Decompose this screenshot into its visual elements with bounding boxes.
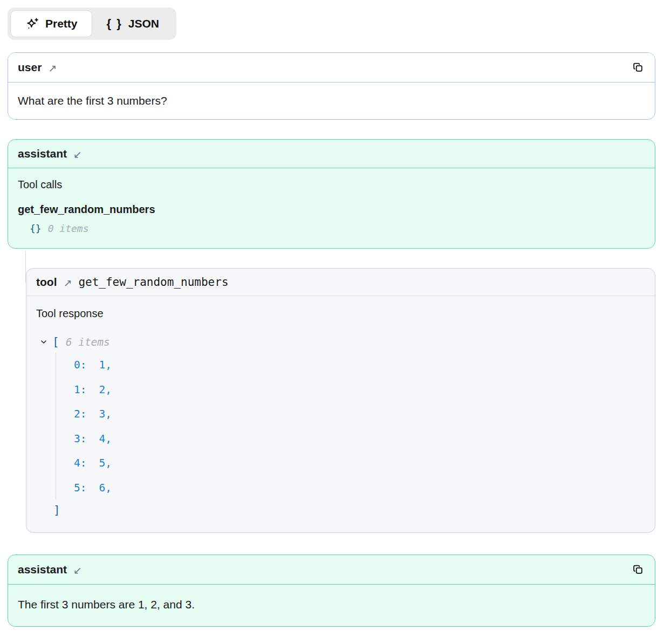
json-index: 3: — [74, 427, 86, 451]
copy-button[interactable] — [631, 60, 645, 74]
tab-json[interactable]: { } JSON — [92, 10, 174, 37]
role-label: user — [18, 61, 42, 74]
view-mode-toggle: Pretty { } JSON — [8, 8, 176, 40]
tab-pretty-label: Pretty — [45, 17, 78, 30]
json-index: 2: — [74, 402, 86, 427]
json-array-items: 0: 1, 1: 2, 2: 3, 3: 4, — [56, 353, 645, 500]
copy-icon — [632, 564, 644, 576]
user-message-card: user ↗ What are the first 3 numbers? — [8, 52, 655, 120]
arguments-item-count: 0 items — [48, 223, 89, 234]
json-value: 4, — [99, 427, 111, 451]
user-message-content: What are the first 3 numbers? — [8, 83, 655, 119]
assistant-final-header: assistant ↙ — [8, 555, 655, 585]
json-array-row: 5: 6, — [74, 476, 645, 501]
json-value: 5, — [99, 451, 111, 476]
json-array-row: 1: 2, — [74, 378, 645, 402]
assistant-tool-call-body: Tool calls get_few_random_numbers {} 0 i… — [8, 168, 655, 248]
tool-response-section-label: Tool response — [36, 307, 645, 320]
outgoing-arrow-icon: ↗ — [63, 278, 72, 288]
tool-response-body: Tool response [ 6 items 0: 1, — [26, 296, 655, 532]
trace-viewer-page: Pretty { } JSON user ↗ What are the firs… — [0, 0, 671, 635]
outgoing-arrow-icon: ↗ — [48, 63, 57, 73]
close-bracket: ] — [53, 500, 645, 520]
json-index: 4: — [74, 451, 86, 476]
incoming-arrow-icon: ↙ — [73, 149, 82, 160]
role-label: assistant — [18, 147, 67, 160]
open-bracket: [ — [52, 335, 59, 348]
json-index: 1: — [74, 378, 86, 402]
copy-button[interactable] — [631, 563, 645, 577]
tool-response-header: tool ↗ get_few_random_numbers — [26, 269, 655, 296]
json-value: 6, — [99, 476, 111, 501]
array-item-count: 6 items — [66, 336, 110, 348]
chevron-down-icon — [39, 338, 48, 346]
tab-json-label: JSON — [128, 17, 159, 30]
incoming-arrow-icon: ↙ — [73, 565, 82, 576]
tool-call-arguments[interactable]: {} 0 items — [30, 223, 645, 234]
copy-icon — [632, 61, 644, 73]
tool-calls-section-label: Tool calls — [18, 179, 645, 191]
sparkles-icon — [25, 17, 39, 31]
json-index: 0: — [74, 353, 86, 378]
tab-pretty[interactable]: Pretty — [10, 10, 92, 37]
tool-function-name: get_few_random_numbers — [78, 276, 228, 289]
role-label: assistant — [18, 563, 67, 576]
json-value: 3, — [99, 402, 111, 427]
json-tree: [ 6 items 0: 1, 1: 2, 2: — [36, 334, 645, 520]
tool-call-function-name: get_few_random_numbers — [18, 203, 645, 216]
json-index: 5: — [74, 476, 86, 501]
tool-response-card: tool ↗ get_few_random_numbers Tool respo… — [26, 268, 655, 533]
role-label: tool — [36, 276, 57, 289]
json-array-row: 0: 1, — [74, 353, 645, 378]
json-array-toggle[interactable]: [ 6 items — [39, 334, 645, 350]
user-message-header: user ↗ — [8, 53, 655, 83]
json-array-row: 3: 4, — [74, 427, 645, 451]
assistant-final-content: The first 3 numbers are 1, 2, and 3. — [8, 585, 655, 626]
json-value: 1, — [99, 353, 111, 378]
assistant-final-card: assistant ↙ The first 3 numbers are 1, 2… — [8, 554, 655, 627]
json-value: 2, — [99, 378, 111, 402]
empty-object-braces: {} — [30, 223, 42, 234]
json-array-row: 4: 5, — [74, 451, 645, 476]
tool-call-thread: assistant ↙ Tool calls get_few_random_nu… — [8, 139, 655, 533]
json-braces-icon: { } — [107, 17, 122, 31]
json-array-row: 2: 3, — [74, 402, 645, 427]
assistant-tool-call-header: assistant ↙ — [8, 140, 655, 168]
assistant-tool-call-card: assistant ↙ Tool calls get_few_random_nu… — [8, 139, 655, 249]
